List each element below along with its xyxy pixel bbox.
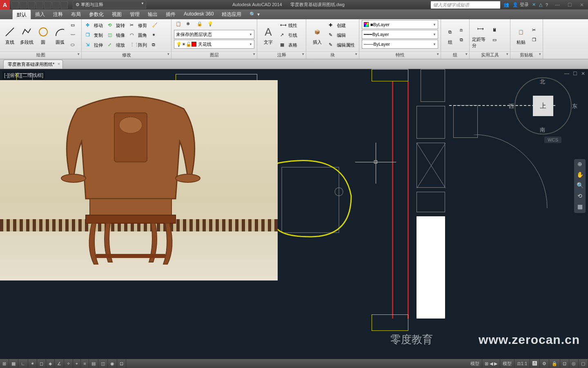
create-block-button[interactable]: ✚创建 — [327, 21, 356, 30]
close-button[interactable]: ✕ — [576, 0, 588, 9]
offset-button[interactable]: ⧉ — [150, 41, 160, 50]
nav-orbit-icon[interactable]: ⟲ — [576, 193, 584, 201]
tab-plugins[interactable]: 插件 — [162, 9, 180, 19]
panel-block-label[interactable]: 块 — [306, 52, 359, 59]
cut-button[interactable]: ✂ — [530, 26, 540, 35]
qat-print-icon[interactable] — [44, 1, 51, 9]
spline-button[interactable]: 〰 — [69, 31, 79, 40]
copy-clip-button[interactable]: ❐ — [530, 36, 540, 45]
linear-dim-button[interactable]: ⟷线性 — [278, 21, 299, 30]
tab-parametric[interactable]: 参数化 — [85, 9, 108, 19]
qat-new-icon[interactable] — [11, 1, 19, 9]
layout-model-button[interactable]: 模型 — [468, 359, 482, 368]
tab-a360[interactable]: Autodesk 360 — [180, 9, 218, 19]
help-icon[interactable]: ? — [546, 2, 548, 7]
layer-off-button[interactable]: 💡 — [206, 20, 216, 29]
nav-wheel-icon[interactable]: ⊕ — [576, 161, 584, 169]
vp-close-icon[interactable]: ✕ — [580, 71, 586, 77]
tab-default[interactable]: 默认 — [12, 9, 31, 19]
tab-output[interactable]: 输出 — [144, 9, 162, 19]
explode-button[interactable]: ✴ — [150, 31, 160, 40]
vp-max-icon[interactable]: ☐ — [572, 71, 578, 77]
sb-otrack-button[interactable]: ∠ — [55, 359, 64, 368]
panel-prop-label[interactable]: 特性 — [359, 52, 441, 59]
sb-hw-button[interactable]: ⊡ — [560, 359, 569, 368]
layer-lock-button[interactable]: 🔒 — [195, 20, 205, 29]
erase-button[interactable]: 🧹 — [150, 21, 160, 30]
workspace-selector[interactable]: ⚙ 草图与注释 — [73, 1, 146, 9]
group-edit-button[interactable]: ⧉ — [458, 36, 468, 45]
linetype-dropdown[interactable]: ─── ByLayer — [362, 40, 438, 49]
panel-layer-label[interactable]: 图层 — [172, 52, 257, 59]
array-button[interactable]: ⋮⋮阵列 — [128, 41, 149, 50]
panel-modify-label[interactable]: 修改 — [82, 52, 171, 59]
viewcube[interactable]: 上 北 南 西 东 — [514, 77, 572, 135]
move-button[interactable]: ✥移动 — [84, 21, 105, 30]
copy-button[interactable]: ❐复制 — [84, 31, 105, 40]
qat-open-icon[interactable] — [20, 1, 27, 9]
app-logo[interactable]: A — [0, 0, 10, 9]
panel-clip-label[interactable]: 剪贴板 — [510, 52, 543, 59]
insert-block-button[interactable]: 📦插入 — [309, 21, 325, 50]
sb-lock-button[interactable]: 🔒 — [549, 359, 560, 368]
sb-3dosnap-button[interactable]: ◈ — [46, 359, 55, 368]
sb-osnap-button[interactable]: ◻ — [37, 359, 46, 368]
sb-transp-button[interactable]: ▤ — [89, 359, 98, 368]
autodesk360-icon[interactable]: △ — [539, 2, 542, 7]
layer-current-dropdown[interactable]: 💡☀🔓 天花线 — [174, 40, 254, 49]
tab-annotate[interactable]: 注释 — [49, 9, 67, 19]
search-input[interactable]: 键入关键字或短语 — [431, 1, 500, 9]
edit-block-button[interactable]: ✎编辑 — [327, 31, 356, 40]
sb-model-button[interactable]: 模型 — [500, 359, 514, 368]
edit-attr-button[interactable]: ✎编辑属性 — [327, 41, 356, 50]
color-dropdown[interactable]: ■ ByLayer — [362, 20, 438, 29]
layer-freeze-button[interactable]: ❄ — [185, 20, 194, 29]
qat-undo-icon[interactable] — [52, 1, 60, 9]
leader-button[interactable]: ↗引线 — [278, 31, 299, 40]
login-button[interactable]: 👤 登录 — [512, 2, 529, 8]
sb-annovis-button[interactable]: 🅰 — [530, 359, 540, 368]
arc-button[interactable]: 圆弧 — [52, 21, 67, 50]
nav-zoom-icon[interactable]: 🔍 — [576, 182, 584, 190]
qat-saveas-icon[interactable] — [36, 1, 43, 9]
ungroup-button[interactable]: ⧈ — [458, 26, 468, 35]
sb-polar-button[interactable]: ✶ — [28, 359, 37, 368]
circle-button[interactable]: 圆 — [36, 21, 51, 50]
panel-draw-label[interactable]: 绘图 — [0, 52, 81, 59]
vp-min-icon[interactable]: — — [564, 71, 570, 77]
panel-group-label[interactable]: 组 — [441, 52, 469, 59]
sb-clean-button[interactable]: ▢ — [579, 359, 588, 368]
paste-button[interactable]: 📋粘贴 — [513, 21, 529, 50]
sb-ortho-button[interactable]: ∟ — [18, 359, 28, 368]
layer-state-dropdown[interactable]: 未保存的图层状态 — [174, 30, 254, 39]
mirror-button[interactable]: ◫镜像 — [106, 31, 127, 40]
calc-button[interactable]: 🖩 — [491, 26, 501, 35]
tab-manage[interactable]: 管理 — [126, 9, 144, 19]
ellipse-button[interactable]: ⬭ — [69, 41, 79, 50]
sb-sc-button[interactable]: ◉ — [108, 359, 117, 368]
wcs-label[interactable]: WCS — [544, 137, 561, 143]
sb-grid-button[interactable]: ▦ — [9, 359, 18, 368]
panel-util-label[interactable]: 实用工具 — [470, 52, 510, 59]
ribbon-expand-icon[interactable]: 🔍 ▾ — [247, 9, 262, 19]
fillet-button[interactable]: ◠圆角 — [128, 31, 149, 40]
tab-featured[interactable]: 精选应用 — [218, 9, 245, 19]
exchange-icon[interactable]: ✕ — [532, 2, 536, 7]
maximize-button[interactable]: ☐ — [564, 0, 576, 9]
sb-dyn-button[interactable]: + — [73, 359, 81, 368]
trim-button[interactable]: ✂修剪 — [128, 21, 149, 30]
sb-ws-button[interactable]: ⚙ — [540, 359, 549, 368]
sb-annoscale-button[interactable]: ⚖ 1:1 — [514, 359, 530, 368]
scale-button[interactable]: ⤢缩放 — [106, 41, 127, 50]
tab-layout[interactable]: 布局 — [67, 9, 85, 19]
layout-nav-button[interactable]: ⊞ ◀ ▶ — [482, 359, 500, 368]
sb-ducs-button[interactable]: ✧ — [64, 359, 73, 368]
rect-button[interactable]: ▭ — [69, 21, 79, 30]
line-button[interactable]: 直线 — [2, 21, 18, 50]
qat-redo-icon[interactable] — [60, 1, 68, 9]
lineweight-dropdown[interactable]: ━━━ ByLayer — [362, 30, 438, 39]
nav-pan-icon[interactable]: ✋ — [576, 171, 584, 180]
qat-save-icon[interactable] — [28, 1, 35, 9]
sb-am-button[interactable]: ⊡ — [117, 359, 126, 368]
polyline-button[interactable]: 多段线 — [19, 21, 34, 50]
